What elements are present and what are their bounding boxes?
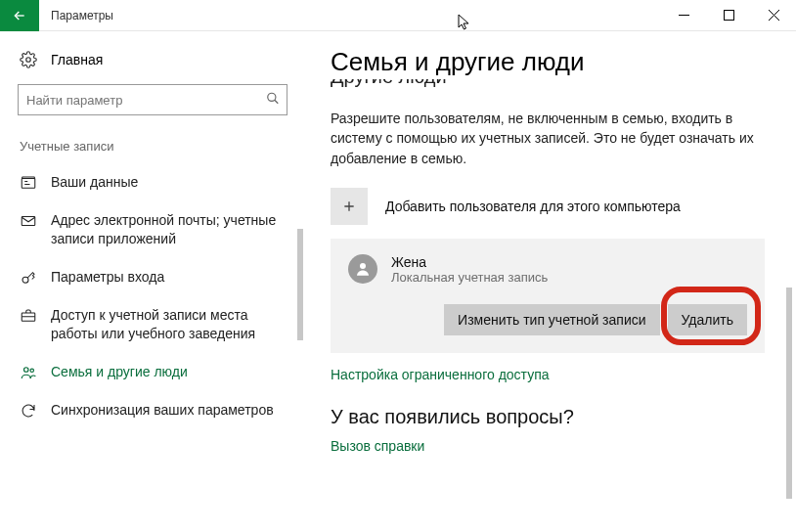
search-icon xyxy=(266,92,280,109)
home-nav[interactable]: Главная xyxy=(0,45,305,74)
nav-group-title: Учетные записи xyxy=(0,133,305,163)
people-icon xyxy=(20,364,37,381)
svg-point-1 xyxy=(26,58,31,63)
questions-heading: У вас появились вопросы? xyxy=(331,406,767,428)
scrollbar-thumb[interactable] xyxy=(297,229,303,340)
sidebar-item-your-info[interactable]: Ваши данные xyxy=(0,163,297,201)
plus-icon xyxy=(341,199,357,214)
home-label: Главная xyxy=(51,52,103,67)
remove-user-button[interactable]: Удалить xyxy=(668,304,747,335)
minimize-button[interactable] xyxy=(661,0,706,31)
main: Семья и другие люди Другие люди Разрешит… xyxy=(305,31,796,532)
minimize-icon xyxy=(679,10,689,21)
sidebar-item-sync[interactable]: Синхронизация ваших параметров xyxy=(0,391,297,429)
svg-point-7 xyxy=(24,367,29,372)
id-card-icon xyxy=(20,174,37,192)
restricted-access-link[interactable]: Настройка ограниченного доступа xyxy=(331,367,767,382)
page-title: Семья и другие люди xyxy=(331,47,767,77)
close-icon xyxy=(769,10,779,21)
sync-icon xyxy=(20,402,37,420)
mail-icon xyxy=(20,212,37,230)
svg-point-5 xyxy=(22,277,28,283)
sidebar-item-label: Синхронизация ваших параметров xyxy=(51,401,284,420)
add-user-button[interactable] xyxy=(331,188,368,225)
sidebar-item-family[interactable]: Семья и другие люди xyxy=(0,353,297,391)
add-user-label: Добавить пользователя для этого компьюте… xyxy=(385,199,681,214)
briefcase-icon xyxy=(20,307,37,325)
search-input[interactable] xyxy=(18,84,287,115)
user-subline: Локальная учетная запись xyxy=(391,270,548,285)
user-buttons: Изменить тип учетной записи Удалить xyxy=(348,304,747,335)
svg-point-8 xyxy=(30,369,33,372)
sidebar-scrollbar[interactable] xyxy=(297,225,303,530)
back-button[interactable] xyxy=(0,0,39,31)
main-scrollbar[interactable] xyxy=(786,86,792,516)
sidebar: Главная Учетные записи Ваши данные Адрес… xyxy=(0,31,305,532)
sidebar-item-signin[interactable]: Параметры входа xyxy=(0,258,297,296)
maximize-icon xyxy=(724,10,734,21)
sidebar-item-work[interactable]: Доступ к учетной записи места работы или… xyxy=(0,296,297,353)
change-account-type-button[interactable]: Изменить тип учетной записи xyxy=(444,304,659,335)
avatar xyxy=(348,254,377,284)
svg-rect-4 xyxy=(22,217,35,226)
user-name: Жена xyxy=(391,254,548,270)
maximize-button[interactable] xyxy=(706,0,751,31)
user-panel: Жена Локальная учетная запись Изменить т… xyxy=(331,239,765,353)
sidebar-item-label: Адрес электронной почты; учетные записи … xyxy=(51,211,284,248)
sidebar-item-label: Семья и другие люди xyxy=(51,363,284,381)
search-wrap xyxy=(18,84,287,115)
titlebar: Параметры xyxy=(0,0,796,31)
description: Разрешите пользователям, не включенным в… xyxy=(331,109,761,168)
window-controls xyxy=(661,0,796,31)
svg-point-9 xyxy=(360,263,366,269)
sidebar-item-label: Ваши данные xyxy=(51,173,284,192)
scrollbar-thumb[interactable] xyxy=(786,288,792,499)
nav-group: Ваши данные Адрес электронной почты; уче… xyxy=(0,163,305,429)
help-link[interactable]: Вызов справки xyxy=(331,438,767,454)
sidebar-item-label: Доступ к учетной записи места работы или… xyxy=(51,306,284,343)
subheading-cut: Другие люди xyxy=(331,79,767,97)
user-head[interactable]: Жена Локальная учетная запись xyxy=(348,254,747,285)
close-button[interactable] xyxy=(751,0,796,31)
svg-rect-0 xyxy=(724,11,733,21)
user-icon xyxy=(354,260,372,278)
arrow-left-icon xyxy=(12,8,27,23)
content: Главная Учетные записи Ваши данные Адрес… xyxy=(0,31,796,532)
app-title: Параметры xyxy=(51,9,113,22)
key-icon xyxy=(20,269,37,287)
gear-icon xyxy=(20,51,37,68)
svg-rect-3 xyxy=(22,179,35,189)
sidebar-item-email[interactable]: Адрес электронной почты; учетные записи … xyxy=(0,201,297,258)
sidebar-item-label: Параметры входа xyxy=(51,268,284,287)
add-user-row[interactable]: Добавить пользователя для этого компьюте… xyxy=(331,188,767,225)
svg-point-2 xyxy=(268,93,276,101)
